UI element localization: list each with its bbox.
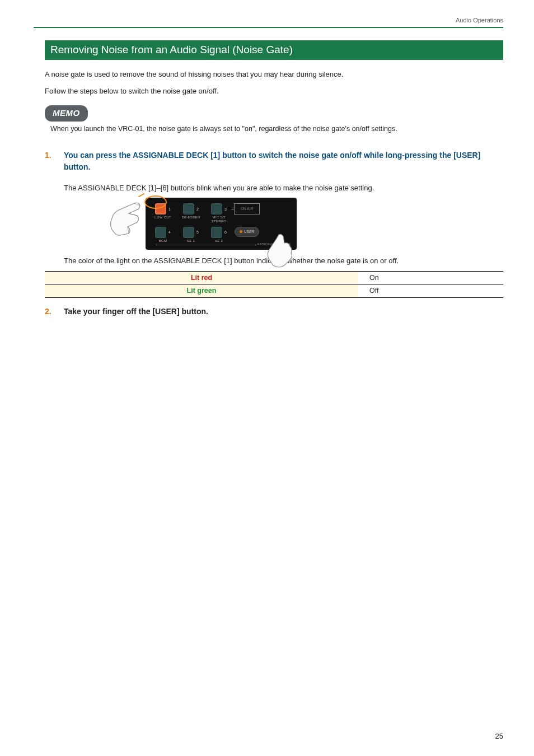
hand-icon-press-deck1: [106, 199, 146, 244]
memo-badge: MEMO: [45, 105, 88, 122]
device-illustration: 1 LOW CUT 2 DE-ESSER 3 MIC 1/2 STEREO ON…: [112, 198, 302, 250]
memo-text: When you launch the VRC-01, the noise ga…: [50, 124, 503, 134]
table-value-on: On: [358, 271, 503, 284]
hand-icon-press-user: [262, 232, 296, 271]
deck-button-4: 4 BGM: [150, 227, 176, 243]
indicator-table: Lit red On Lit green Off: [45, 271, 503, 298]
step-1-number: 1.: [45, 150, 64, 172]
deck-button-5: 5 SE 1: [178, 227, 204, 243]
step-2-number: 2.: [45, 306, 64, 318]
deck-button-2: 2 DE-ESSER: [178, 203, 204, 220]
section-title: Removing Noise from an Audio Signal (Noi…: [45, 40, 503, 60]
header-divider: [34, 27, 503, 28]
intro-paragraph-1: A noise gate is used to remove the sound…: [45, 69, 503, 80]
table-row: Lit green Off: [45, 284, 503, 298]
table-value-off: Off: [358, 284, 503, 298]
deck-button-6: 6 SE 2: [206, 227, 232, 243]
on-air-indicator: ON AIR: [234, 203, 260, 214]
table-row: Lit red On: [45, 271, 503, 284]
page-number: 25: [495, 732, 503, 740]
step-1-sub-1: The ASSIGNABLE DECK [1]–[6] buttons blin…: [64, 183, 503, 194]
table-label-lit-red: Lit red: [45, 271, 358, 284]
table-label-lit-green: Lit green: [45, 284, 358, 298]
step-2-text: Take your finger off the [USER] button.: [64, 306, 208, 318]
step-1-text: You can press the ASSIGNABLE DECK [1] bu…: [64, 150, 503, 172]
user-button: USER: [235, 227, 259, 237]
step-1: 1. You can press the ASSIGNABLE DECK [1]…: [45, 150, 503, 172]
deck-button-3: 3 MIC 1/2 STEREO: [206, 203, 232, 223]
step-2: 2. Take your finger off the [USER] butto…: [45, 306, 503, 318]
intro-paragraph-2: Follow the steps below to switch the noi…: [45, 86, 503, 97]
breadcrumb: Audio Operations: [34, 17, 503, 27]
